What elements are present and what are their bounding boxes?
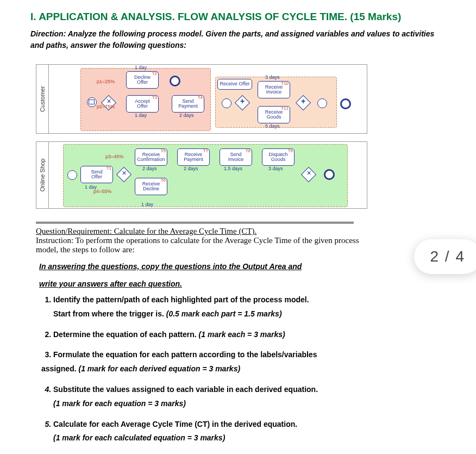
- task-recv-conf-l2: Confirmation: [137, 157, 165, 162]
- task-recv-payment-l2: Payment: [184, 157, 203, 162]
- q1-text-a: Identify the pattern/path of each highli…: [53, 295, 309, 304]
- intermediate-event-1: [222, 98, 231, 108]
- task-receive-invoice: T10 Receive Invoice: [258, 81, 290, 98]
- task-receive-offer-c-l1: Receive Offer: [220, 82, 250, 86]
- start-event-shop: [67, 170, 77, 180]
- qreq-title: Calculate for the Average Cycle Time (CT…: [114, 227, 257, 235]
- task-send-payment-tid: T4: [198, 96, 203, 100]
- task-decline-offer: T2 Decline Offer: [126, 71, 159, 89]
- task-recv-decline-tid: T6: [161, 178, 166, 183]
- task-dispatch-goods-tid: T9: [288, 149, 293, 153]
- dur-dispatch-goods: 3 days: [268, 166, 283, 171]
- process-diagram: Customer p1=25% p2=75% T2 Decline Offer …: [36, 61, 367, 213]
- dur-accept-offer: 1 day: [135, 113, 147, 118]
- lane-label-customer-text: Customer: [39, 86, 46, 112]
- dur-decline-offer: 1 day: [135, 65, 147, 70]
- task-recv-conf-tid: T5: [161, 149, 166, 153]
- instruction-note: In answering the questions, copy the que…: [39, 262, 446, 288]
- dur-send-payment: 2 days: [179, 113, 194, 118]
- task-decline-offer-l2: Offer: [137, 80, 148, 85]
- prob-p1: p1=25%: [97, 79, 115, 84]
- q3-text-b: assigned.: [41, 364, 78, 373]
- lane-label-customer: Customer: [36, 64, 49, 134]
- direction-body: Analyze the following process model. Giv…: [30, 29, 434, 49]
- task-dispatch-goods-l2: Goods: [271, 157, 286, 162]
- task-accept-offer-tid: T3: [152, 96, 157, 100]
- end-event-decline: [170, 76, 180, 86]
- page-indicator: 2 / 4: [414, 239, 476, 274]
- dur-recv-conf: 2 days: [142, 166, 157, 171]
- task-recv-payment: T7 Receive Payment: [177, 148, 210, 166]
- prob-p2: p2=75%: [97, 104, 115, 109]
- dur-recv-decline: 1 day: [141, 202, 153, 207]
- task-accept-offer-l2: Offer: [137, 104, 148, 109]
- task-send-offer: T1 Send Offer: [80, 166, 113, 183]
- lane-shop: T1 Send Offer 1 day p3=45% p4=55% T5 Rec…: [48, 141, 367, 209]
- question-2: Determine the equation of each pattern. …: [53, 328, 446, 341]
- dur-send-invoice: 1.5 days: [224, 166, 242, 171]
- q4-text: Substitute the values assigned to each v…: [53, 385, 318, 394]
- q3-marks: (1 mark for each derived equation = 3 ma…: [78, 364, 240, 373]
- end-event-shop: [324, 169, 335, 180]
- question-list: Identify the pattern/path of each highli…: [30, 294, 446, 454]
- lane-customer: p1=25% p2=75% T2 Decline Offer 1 day T3 …: [48, 64, 367, 134]
- q5-text: Calculate for each Average Cycle Time (C…: [53, 420, 297, 428]
- task-send-invoice-l2: Invoice: [228, 157, 244, 162]
- dur-receive-goods: 5 days: [265, 123, 280, 129]
- qreq-label: Question/Requirement:: [36, 227, 114, 235]
- question-5: Calculate for each Average Cycle Time (C…: [53, 418, 446, 445]
- task-send-invoice-tid: T8: [246, 149, 250, 153]
- task-send-offer-l2: Offer: [91, 175, 102, 179]
- task-receive-offer-c: Receive Offer: [217, 79, 252, 90]
- question-4: Substitute the values assigned to each v…: [53, 383, 446, 411]
- q1-text-b: Start from where the trigger is.: [53, 309, 166, 318]
- task-decline-offer-tid: T2: [152, 72, 157, 76]
- task-receive-goods: T11 Receive Goods: [258, 106, 290, 123]
- task-receive-invoice-tid: T10: [281, 82, 289, 86]
- task-send-invoice: T8 Send Invoice: [220, 148, 252, 166]
- question-1: Identify the pattern/path of each highli…: [53, 294, 446, 321]
- task-recv-payment-tid: T7: [203, 149, 208, 153]
- prob-p3: p3=45%: [105, 154, 123, 159]
- note-line1: In answering the questions, copy the que…: [39, 262, 302, 271]
- task-receive-goods-l2: Goods: [267, 115, 281, 120]
- end-event-customer: [340, 98, 351, 109]
- page: I. APPLICATION & ANALYSIS. FLOW ANALYSIS…: [0, 0, 476, 454]
- lane-label-shop-text: Online Shop: [39, 159, 46, 192]
- divider: [36, 222, 354, 223]
- task-receive-goods-tid: T11: [281, 107, 289, 111]
- start-event-customer: [87, 97, 97, 107]
- direction-text: Direction: Analyze the following process…: [30, 28, 446, 51]
- intermediate-event-2: [317, 98, 327, 108]
- task-receive-invoice-l2: Invoice: [266, 90, 282, 95]
- q3-text-a: Formulate the equation for each pattern …: [53, 350, 317, 359]
- dur-receive-invoice: 3 days: [265, 74, 280, 80]
- task-dispatch-goods: T9 Dispatch Goods: [262, 148, 295, 166]
- task-send-payment: T4 Send Payment: [172, 95, 204, 113]
- task-recv-conf: T5 Receive Confirmation: [135, 148, 167, 166]
- direction-lead: Direction:: [30, 29, 68, 38]
- q2-text: Determine the equation of each pattern.: [53, 330, 199, 339]
- q1-marks: (0.5 mark each part = 1.5 marks): [166, 309, 282, 318]
- note-line2: write your answers after each question.: [39, 279, 182, 288]
- question-3: Formulate the equation for each pattern …: [53, 349, 446, 376]
- q4-marks: (1 mark for each equation = 3 marks): [53, 397, 446, 411]
- task-send-payment-l2: Payment: [178, 104, 198, 109]
- prob-p4: p4=55%: [93, 189, 111, 194]
- section-title: I. APPLICATION & ANALYSIS. FLOW ANALYSIS…: [30, 11, 446, 23]
- q2-marks: (1 mark each = 3 marks): [199, 330, 285, 339]
- task-recv-decline-l2: Decline: [143, 186, 159, 191]
- task-send-offer-tid: T1: [107, 166, 111, 171]
- lane-label-shop: Online Shop: [36, 141, 49, 209]
- qreq-instruction: Instruction: To perform the operations t…: [36, 236, 359, 254]
- q5-marks: (1 mark for each calculated equation = 3…: [53, 432, 446, 445]
- task-accept-offer: T3 Accept Offer: [126, 95, 159, 113]
- question-requirement: Question/Requirement: Calculate for the …: [36, 227, 373, 254]
- task-recv-decline: T6 Receive Decline: [135, 178, 167, 195]
- dur-recv-payment: 2 days: [184, 166, 198, 171]
